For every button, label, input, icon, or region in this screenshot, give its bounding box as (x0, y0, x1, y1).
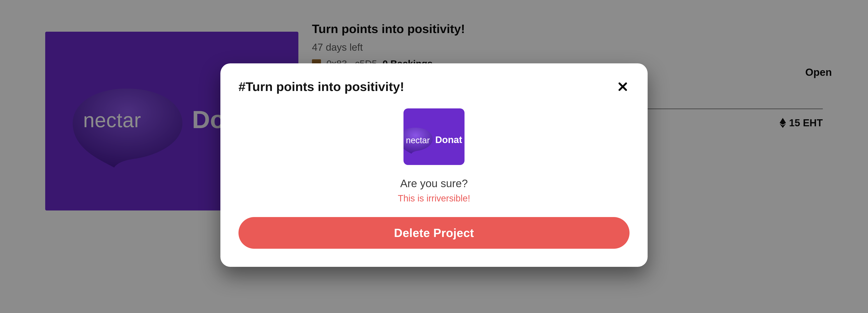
close-icon (618, 82, 628, 92)
delete-project-button[interactable]: Delete Project (239, 217, 629, 249)
modal-project-thumbnail: nectar Donat (403, 108, 465, 165)
thumb-brand-text: nectar (406, 136, 430, 145)
thumb-action-text: Donat (435, 135, 462, 145)
confirm-question: Are you sure? (239, 177, 629, 190)
delete-project-modal: #Turn points into positivity! nectar Don… (220, 63, 648, 267)
close-button[interactable] (616, 80, 629, 93)
irreversible-warning: This is irriversible! (239, 193, 629, 203)
modal-title: #Turn points into positivity! (239, 79, 404, 94)
